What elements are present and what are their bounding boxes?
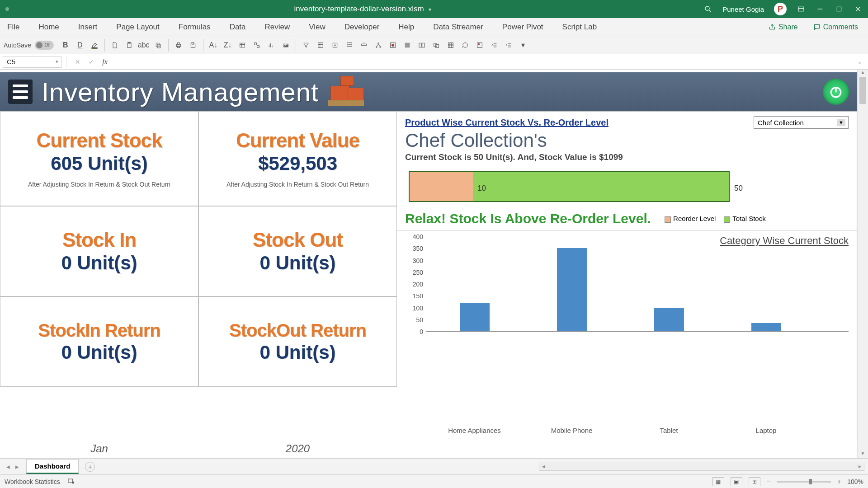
tab-review[interactable]: Review (263, 20, 292, 34)
reorder-value-label: 10 (477, 184, 486, 193)
formula-expand-icon[interactable]: ⌄ (854, 59, 865, 65)
y-tick-label: 150 (413, 292, 423, 300)
stock-vs-reorder-bar: 10 50 (409, 167, 849, 206)
copy-icon[interactable] (152, 39, 165, 52)
tab-data[interactable]: Data (228, 20, 248, 34)
svg-rect-55 (478, 43, 479, 45)
sort-asc-icon[interactable]: A↓ (207, 39, 220, 52)
filename-caret-icon[interactable] (427, 5, 431, 14)
filter-icon[interactable] (300, 39, 312, 52)
product-dropdown[interactable]: Chef Collection (754, 116, 849, 129)
insert-row-icon[interactable] (343, 39, 356, 52)
status-bar: Workbook Statistics ▦ ▣ ⊞ − + 100% (0, 474, 868, 488)
svg-rect-17 (240, 43, 245, 47)
insert-sheet-icon[interactable] (329, 39, 341, 52)
tab-file[interactable]: File (5, 20, 21, 34)
split-icon[interactable] (401, 39, 414, 52)
data-types-icon[interactable]: 123 (279, 39, 292, 52)
ribbon-display-icon[interactable] (797, 5, 806, 14)
status-text[interactable]: Workbook Statistics (5, 478, 60, 485)
switch-win-icon[interactable] (430, 39, 443, 52)
formula-cancel-icon[interactable]: ✕ (73, 57, 83, 67)
comments-label: Comments (823, 23, 858, 31)
chart-icon[interactable] (265, 39, 278, 52)
file-name: inventory-template-dollar-version.xlsm (294, 5, 424, 14)
conditional-fmt-icon[interactable] (473, 39, 486, 52)
tab-nav-prev-icon[interactable]: ◂ (4, 463, 13, 471)
zoom-level[interactable]: 100% (847, 478, 863, 485)
tab-script-lab[interactable]: Script Lab (561, 20, 599, 34)
tab-formulas[interactable]: Formulas (177, 20, 212, 34)
spellcheck-icon[interactable]: abc (137, 39, 150, 52)
tab-developer[interactable]: Developer (343, 20, 382, 34)
svg-rect-14 (177, 42, 179, 44)
hierarchy-icon[interactable] (372, 39, 385, 52)
x-category-label: Home Appliances (448, 427, 501, 434)
worksheet-area[interactable]: Inventory Management Current Stock 605 U… (0, 70, 868, 458)
share-button[interactable]: Share (764, 21, 802, 33)
comments-button[interactable]: Comments (809, 21, 863, 33)
save-icon[interactable] (187, 39, 199, 52)
refresh-icon[interactable] (459, 39, 472, 52)
zoom-slider[interactable] (777, 481, 831, 483)
name-box[interactable]: C5 (3, 56, 61, 68)
print-icon[interactable] (172, 39, 185, 52)
formula-bar: C5 ✕ ✓ fx ⌄ (0, 54, 868, 70)
tab-view[interactable]: View (307, 20, 327, 34)
chart-bar (751, 323, 781, 331)
page-break-view-icon[interactable]: ⊞ (749, 477, 760, 486)
customize-qat-icon[interactable]: ▾ (517, 39, 529, 52)
autosave-toggle[interactable]: Off (35, 41, 54, 50)
tab-home[interactable]: Home (37, 20, 61, 34)
user-avatar[interactable]: P (774, 3, 787, 15)
horizontal-scrollbar[interactable] (539, 463, 864, 471)
vertical-scrollbar[interactable]: ▲ ▼ (857, 70, 868, 458)
maximize-icon[interactable] (835, 5, 844, 14)
fill-color-icon[interactable] (88, 39, 101, 52)
arrange-icon[interactable] (415, 39, 428, 52)
product-stock-link[interactable]: Product Wise Current Stock Vs. Re-Order … (405, 117, 609, 128)
zoom-out-icon[interactable]: − (767, 478, 770, 485)
power-button[interactable] (823, 79, 849, 105)
minimize-icon[interactable] (816, 5, 825, 14)
svg-rect-27 (318, 42, 323, 47)
search-icon[interactable] (703, 5, 712, 14)
freeze-panes-icon[interactable] (314, 39, 327, 52)
tab-page-layout[interactable]: Page Layout (114, 20, 161, 34)
outdent-icon[interactable] (488, 39, 500, 52)
macro-record-icon[interactable] (67, 477, 75, 486)
bold-icon[interactable]: B (59, 39, 72, 52)
panel-stock-out: Stock Out 0 Unit(s) (198, 206, 397, 296)
format-icon[interactable] (444, 39, 457, 52)
close-icon[interactable] (854, 5, 863, 14)
add-sheet-button[interactable]: + (85, 462, 95, 472)
new-file-icon[interactable] (108, 39, 121, 52)
fx-icon[interactable]: fx (100, 57, 110, 67)
svg-rect-2 (798, 7, 804, 11)
svg-rect-64 (68, 479, 72, 483)
normal-view-icon[interactable]: ▦ (712, 477, 724, 486)
tab-data-streamer[interactable]: Data Streamer (431, 20, 485, 34)
formula-enter-icon[interactable]: ✓ (86, 57, 96, 67)
tab-nav-next-icon[interactable]: ▸ (13, 463, 22, 471)
indent-icon[interactable] (502, 39, 515, 52)
page-layout-view-icon[interactable]: ▣ (731, 477, 742, 486)
zoom-in-icon[interactable]: + (837, 478, 841, 485)
menu-icon[interactable] (8, 80, 33, 104)
delete-row-icon[interactable] (358, 39, 370, 52)
tab-power-pivot[interactable]: Power Pivot (500, 20, 545, 34)
y-tick-label: 50 (416, 316, 423, 324)
paste-icon[interactable] (123, 39, 136, 52)
formula-input[interactable] (112, 56, 854, 68)
sheet-tab-dashboard[interactable]: Dashboard (26, 459, 79, 474)
underline-icon[interactable]: D (74, 39, 86, 52)
pivot-icon[interactable] (250, 39, 263, 52)
record-macro-icon[interactable] (387, 39, 399, 52)
table-icon[interactable] (236, 39, 249, 52)
panel-value: 0 Unit(s) (260, 252, 336, 274)
tab-insert[interactable]: Insert (76, 20, 99, 34)
svg-point-65 (72, 482, 74, 483)
ribbon-tabs: File Home Insert Page Layout Formulas Da… (0, 18, 868, 36)
tab-help[interactable]: Help (396, 20, 416, 34)
sort-desc-icon[interactable]: Z↓ (222, 39, 234, 52)
